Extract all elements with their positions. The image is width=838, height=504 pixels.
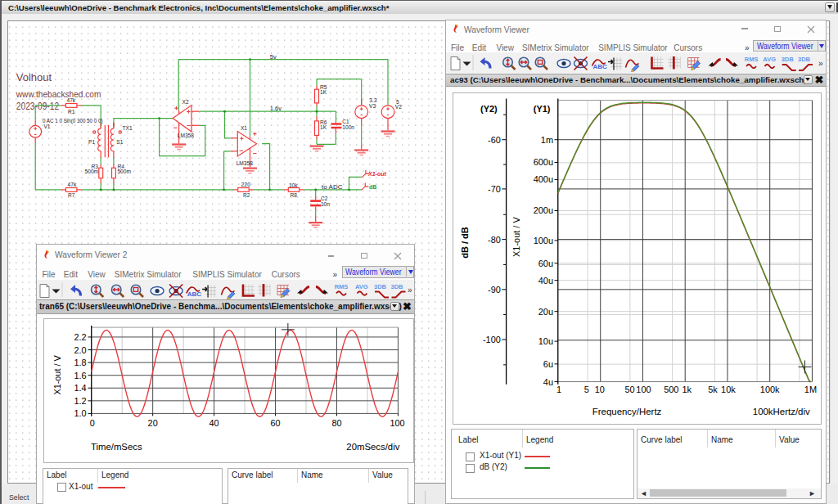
svg-text:6u: 6u (543, 358, 552, 368)
svg-text:220: 220 (241, 182, 250, 187)
svg-text:20mSecs/div: 20mSecs/div (346, 442, 399, 452)
svg-text:500: 500 (664, 384, 678, 394)
svg-text:200u: 200u (533, 205, 552, 215)
svg-text:Volhout: Volhout (16, 71, 52, 83)
svg-text:1.6v: 1.6v (270, 105, 282, 112)
svg-text:100kHertz/div: 100kHertz/div (752, 406, 809, 416)
svg-text:-100: -100 (482, 334, 500, 344)
svg-text:RMS: RMS (745, 56, 759, 63)
svg-text:V1: V1 (43, 124, 50, 129)
svg-text:100n: 100n (342, 124, 354, 130)
svg-text:1k: 1k (682, 384, 692, 394)
svg-text:0: 0 (90, 418, 95, 428)
svg-text:V3: V3 (369, 103, 376, 109)
svg-text:1m: 1m (540, 134, 552, 144)
svg-text:10k: 10k (289, 182, 298, 188)
svg-text:LM358: LM358 (237, 160, 253, 166)
svg-text:R7: R7 (68, 192, 75, 198)
svg-text:Time/mSecs: Time/mSecs (91, 442, 142, 452)
svg-text:dB: dB (369, 184, 376, 190)
svg-text:3DB: 3DB (798, 56, 811, 63)
svg-text:4u: 4u (543, 376, 552, 386)
svg-text:3DB: 3DB (374, 283, 387, 290)
svg-text:5k: 5k (708, 384, 718, 394)
svg-text:-70: -70 (488, 183, 501, 193)
svg-text:2.2: 2.2 (74, 332, 86, 342)
svg-text:(Y2): (Y2) (480, 104, 498, 114)
svg-text:100u: 100u (533, 235, 552, 245)
svg-text:R2: R2 (243, 192, 250, 198)
svg-text:RMS: RMS (335, 283, 349, 290)
svg-text:10: 10 (594, 384, 604, 394)
svg-text:2023-09-12: 2023-09-12 (16, 101, 60, 112)
svg-text:R1: R1 (68, 109, 75, 115)
svg-text:-60: -60 (488, 134, 501, 144)
svg-text:Frequency/Hertz: Frequency/Hertz (592, 406, 661, 416)
svg-text:1K: 1K (320, 124, 327, 130)
svg-text:40: 40 (210, 418, 219, 428)
svg-text:5: 5 (583, 384, 588, 394)
svg-text:»: » (818, 59, 823, 68)
svg-text:1K: 1K (320, 89, 327, 95)
svg-text:LM358: LM358 (178, 133, 194, 138)
svg-text:X2: X2 (182, 99, 189, 105)
svg-text:1.4: 1.4 (74, 383, 86, 393)
svg-text:20: 20 (148, 418, 158, 428)
svg-text:S1: S1 (116, 139, 123, 145)
svg-text:-90: -90 (488, 284, 501, 294)
svg-text:47k: 47k (67, 97, 76, 103)
svg-text:100k: 100k (759, 384, 779, 394)
svg-text:R8: R8 (291, 192, 298, 198)
svg-text:400u: 400u (533, 174, 552, 184)
svg-text:5v: 5v (270, 53, 277, 61)
svg-text:80: 80 (331, 418, 341, 428)
svg-text:60u: 60u (538, 258, 552, 268)
svg-text:500m: 500m (117, 169, 131, 174)
svg-text:60: 60 (271, 418, 281, 428)
svg-text:C2: C2 (321, 196, 328, 201)
svg-text:1: 1 (556, 384, 561, 394)
svg-text:1.8: 1.8 (74, 358, 86, 367)
svg-text:40u: 40u (538, 275, 552, 285)
svg-text:10n: 10n (321, 201, 330, 207)
svg-text:1M: 1M (804, 384, 816, 394)
svg-text:100: 100 (390, 418, 404, 428)
svg-text:www.thebackshed.com: www.thebackshed.com (16, 89, 101, 99)
svg-text:(Y1): (Y1) (533, 104, 550, 114)
svg-text:2.0: 2.0 (74, 344, 86, 354)
svg-text:1.0: 1.0 (74, 408, 86, 418)
svg-text:1.6: 1.6 (74, 370, 86, 380)
svg-text:600u: 600u (533, 157, 552, 167)
svg-text:»: » (408, 286, 412, 295)
svg-text:X1-out: X1-out (367, 171, 386, 177)
svg-text:3DB: 3DB (782, 56, 795, 63)
svg-text:TX1: TX1 (123, 125, 133, 131)
svg-text:P1: P1 (88, 139, 95, 145)
svg-text:dB / dB: dB / dB (459, 227, 469, 258)
svg-text:AVG: AVG (355, 283, 368, 290)
svg-text:50: 50 (624, 384, 634, 394)
svg-text:20u: 20u (538, 306, 552, 316)
svg-text:V2: V2 (395, 104, 402, 110)
svg-text:X1-out / V: X1-out / V (52, 354, 62, 394)
svg-text:AVG: AVG (763, 56, 776, 63)
svg-text:0 AC 1 0 Sin(0 300 50 0 0): 0 AC 1 0 Sin(0 300 50 0 0) (43, 118, 103, 124)
svg-text:10u: 10u (538, 336, 552, 346)
svg-text:to ADC: to ADC (322, 183, 343, 191)
svg-text:47k: 47k (68, 182, 77, 187)
svg-text:500m: 500m (85, 169, 99, 174)
svg-text:1.2: 1.2 (74, 396, 86, 406)
svg-text:-80: -80 (488, 234, 501, 244)
svg-text:10k: 10k (721, 384, 736, 394)
svg-text:3DB: 3DB (391, 283, 404, 290)
svg-text:X1-out / V: X1-out / V (511, 216, 521, 256)
svg-text:100: 100 (636, 384, 651, 394)
svg-text:X1: X1 (241, 125, 247, 131)
